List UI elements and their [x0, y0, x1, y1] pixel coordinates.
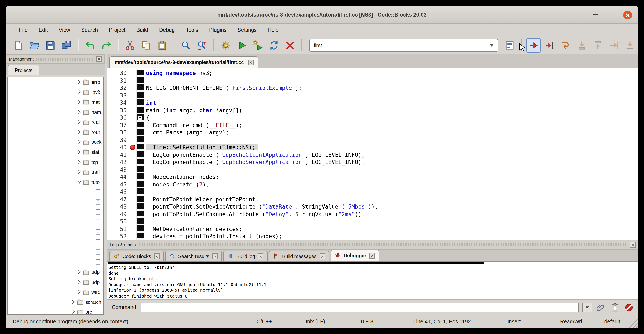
code-line[interactable]: 37 CommandLine cmd (__FILE__);: [107, 121, 638, 129]
step-into-instruction-button[interactable]: [623, 38, 637, 52]
line-number[interactable]: 51: [107, 226, 130, 232]
command-input[interactable]: [141, 302, 579, 312]
open-file-button[interactable]: [27, 38, 42, 52]
tree-item-mat[interactable]: mat: [8, 97, 103, 107]
link-icon[interactable]: [596, 302, 606, 312]
chevron-right-icon[interactable]: [77, 279, 82, 285]
close-tab-icon[interactable]: [248, 60, 254, 65]
tree-item-se[interactable]: se: [8, 227, 103, 237]
editor-tab-first-cc[interactable]: mnt/dev/tools/source/ns-3-dev/examples/t…: [109, 56, 258, 68]
breakpoint-margin[interactable]: [130, 136, 136, 144]
line-number[interactable]: 48: [107, 204, 130, 210]
menu-item-plugins[interactable]: Plugins: [204, 25, 232, 35]
chevron-right-icon[interactable]: [71, 299, 77, 305]
debugger-output[interactable]: Setting SHELL to '/bin/sh'doneSetting br…: [107, 262, 638, 300]
close-button[interactable]: [623, 11, 632, 19]
close-icon[interactable]: [212, 253, 218, 259]
menu-item-build[interactable]: Build: [131, 25, 154, 35]
code-line[interactable]: 51 NetDeviceContainer devices;: [107, 225, 638, 233]
breakpoint-margin[interactable]: [130, 225, 136, 233]
menu-item-file[interactable]: File: [14, 25, 33, 35]
line-number[interactable]: 45: [107, 181, 130, 188]
breakpoint-margin[interactable]: [130, 188, 136, 196]
tree-item-stat[interactable]: stat: [8, 147, 103, 157]
menu-item-edit[interactable]: Edit: [33, 25, 53, 35]
chevron-right-icon[interactable]: [77, 159, 82, 165]
management-caption-bar[interactable]: Management: [6, 54, 104, 64]
save-button[interactable]: [43, 38, 58, 52]
title-bar[interactable]: mnt/dev/tools/source/ns-3-dev/examples/t…: [6, 6, 638, 24]
logs-tab-build-messages[interactable]: Build messages: [269, 251, 329, 261]
chevron-right-icon[interactable]: [77, 99, 82, 105]
maximize-button[interactable]: [607, 11, 616, 19]
build-target-combo[interactable]: first: [309, 39, 498, 52]
code-line[interactable]: 32NS_LOG_COMPONENT_DEFINE ("FirstScriptE…: [107, 84, 638, 92]
line-number[interactable]: 30: [107, 70, 130, 77]
code-line[interactable]: 39: [107, 136, 638, 144]
code-line[interactable]: 30using namespace ns3;: [107, 70, 638, 77]
close-icon[interactable]: [320, 253, 325, 259]
tree-item-se[interactable]: se: [8, 237, 103, 247]
logs-tab-code-blocks[interactable]: Code::Blocks: [109, 251, 164, 261]
line-number[interactable]: 50: [107, 218, 130, 225]
close-panel-icon[interactable]: [630, 242, 636, 247]
paste-button[interactable]: [155, 38, 169, 52]
code-editor[interactable]: 30using namespace ns3;3132NS_LOG_COMPONE…: [107, 68, 638, 240]
breakpoint-margin[interactable]: [130, 218, 136, 225]
breakpoint-margin[interactable]: [130, 129, 136, 136]
close-icon[interactable]: [370, 253, 375, 258]
tree-item-tcp[interactable]: tcp: [8, 157, 103, 167]
line-number[interactable]: 37: [107, 122, 130, 128]
breakpoint-margin[interactable]: [130, 173, 136, 181]
chevron-right-icon[interactable]: [77, 129, 82, 135]
tree-item-tuto[interactable]: tuto: [8, 177, 103, 187]
breakpoint-margin[interactable]: [130, 99, 136, 107]
line-number[interactable]: 39: [107, 137, 130, 143]
breakpoint-margin[interactable]: [130, 84, 136, 92]
line-number[interactable]: 43: [107, 167, 130, 173]
code-line[interactable]: 45 nodes.Create (2);: [107, 181, 638, 188]
code-line[interactable]: 34int: [107, 99, 638, 107]
chevron-right-icon[interactable]: [77, 79, 82, 85]
tree-item-fir[interactable]: fir: [8, 197, 103, 207]
rebuild-button[interactable]: [267, 38, 281, 52]
line-number[interactable]: 36: [107, 115, 130, 121]
breakpoint-margin[interactable]: [130, 70, 136, 77]
breakpoint-margin[interactable]: [130, 114, 136, 121]
line-number[interactable]: 52: [107, 233, 130, 240]
next-line-button[interactable]: [558, 38, 573, 52]
line-number[interactable]: 32: [107, 85, 130, 91]
tree-item-udp[interactable]: udp: [8, 267, 103, 277]
breakpoint-margin[interactable]: [130, 77, 136, 84]
step-into-button[interactable]: [574, 38, 589, 52]
menu-item-search[interactable]: Search: [76, 25, 103, 35]
tree-item-nam[interactable]: nam: [8, 107, 103, 117]
chevron-right-icon[interactable]: [77, 89, 82, 95]
close-icon[interactable]: [258, 253, 264, 259]
command-dropdown-button[interactable]: [582, 302, 592, 312]
breakpoint-margin[interactable]: [130, 144, 136, 151]
line-number[interactable]: 31: [107, 78, 130, 84]
breakpoint-icon[interactable]: [130, 145, 136, 150]
code-line[interactable]: 33: [107, 92, 638, 99]
code-line[interactable]: 44 NodeContainer nodes;: [107, 173, 638, 181]
find-button[interactable]: [179, 38, 193, 52]
chevron-right-icon[interactable]: [77, 109, 82, 115]
breakpoint-margin[interactable]: [130, 233, 136, 240]
tree-item-six[interactable]: six: [8, 247, 103, 257]
panel-grip[interactable]: [139, 243, 627, 246]
chevron-down-icon[interactable]: [77, 179, 82, 185]
breakpoint-margin[interactable]: [130, 196, 136, 203]
redo-button[interactable]: [99, 38, 114, 52]
panel-grip[interactable]: [36, 58, 93, 60]
tree-item-he[interactable]: he: [8, 217, 103, 227]
tree-item-udp-[interactable]: udp-: [8, 277, 103, 287]
menu-item-debug[interactable]: Debug: [154, 25, 180, 35]
cut-button[interactable]: [123, 38, 137, 52]
code-line[interactable]: 41 LogComponentEnable ("UdpEchoClientApp…: [107, 151, 638, 159]
code-line[interactable]: 31: [107, 77, 638, 84]
code-line[interactable]: 35main (int argc, char *argv[]): [107, 107, 638, 114]
breakpoint-margin[interactable]: [130, 166, 136, 173]
code-line[interactable]: 36{: [107, 114, 638, 121]
tree-item-fo[interactable]: fo: [8, 207, 103, 217]
